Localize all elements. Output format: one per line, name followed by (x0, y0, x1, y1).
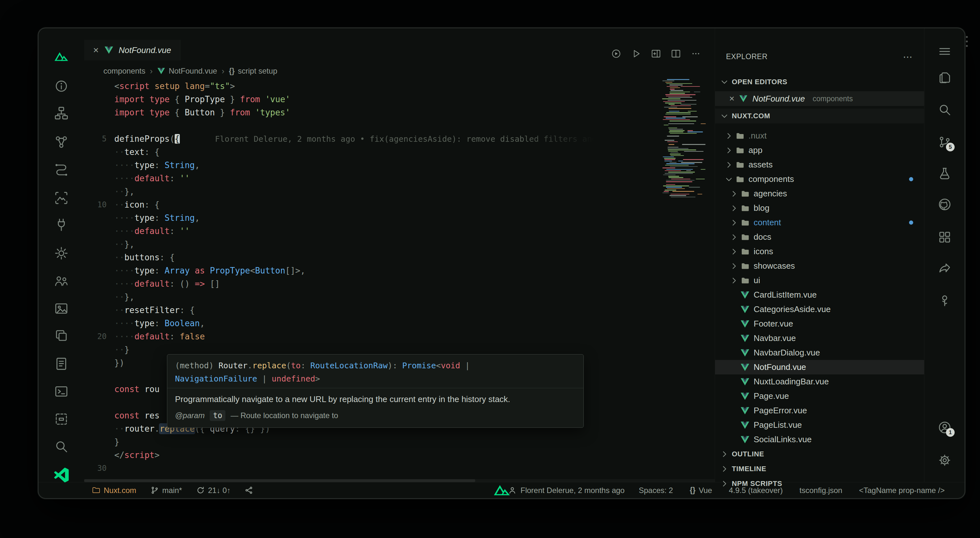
tree-item-app[interactable]: app (715, 143, 924, 158)
tree-item-nuxtloadingbar-vue[interactable]: NuxtLoadingBar.vue (715, 374, 924, 389)
tree-item-cardlistitem-vue[interactable]: CardListItem.vue (715, 287, 924, 302)
activity-item-dashed-box[interactable] (54, 411, 69, 427)
tree-item-components[interactable]: components (715, 172, 924, 187)
activity-item-terminal[interactable] (54, 384, 69, 399)
status-item-network[interactable] (245, 486, 253, 495)
tree-item-icons[interactable]: icons (715, 244, 924, 259)
rightbar-item-menu[interactable] (937, 44, 952, 59)
code-line[interactable]: ····type: String, (84, 159, 715, 172)
scrollbar-thumb[interactable] (84, 479, 475, 482)
code-line[interactable]: ····type: String, (84, 211, 715, 225)
code-line[interactable]: </script> (84, 449, 715, 462)
activity-item-gear-spokes[interactable] (54, 246, 69, 261)
editor-action-columns[interactable] (670, 48, 681, 61)
rightbar-item-source-control[interactable]: 5 (937, 135, 952, 149)
rightbar-item-files[interactable] (937, 70, 952, 85)
rightbar-item-key[interactable] (937, 294, 952, 308)
code-line[interactable]: ··}, (84, 185, 715, 198)
rightbar-item-account[interactable]: 1 (937, 420, 952, 435)
status-item-spaces-2[interactable]: Spaces: 2 (639, 486, 673, 495)
section-project-root[interactable]: NUXT.COM (715, 109, 924, 123)
tree-item-ui[interactable]: ui (715, 273, 924, 287)
status-item--tagname-prop-name-[interactable]: <TagName prop-name /> (859, 486, 945, 495)
tree-item-page-vue[interactable]: Page.vue (715, 389, 924, 403)
activity-item-notebook[interactable] (54, 356, 69, 372)
tree-item-assets[interactable]: assets (715, 158, 924, 172)
close-tab-icon[interactable]: × (93, 45, 99, 55)
code-line[interactable]: 10··icon: { (84, 198, 715, 211)
code-line[interactable]: 30 (84, 462, 715, 475)
tree-item-showcases[interactable]: showcases (715, 259, 924, 273)
code-line[interactable]: import type { Button } from 'types' (84, 106, 715, 119)
tree-item-pageerror-vue[interactable]: PageError.vue (715, 403, 924, 418)
rightbar-item-share[interactable] (937, 262, 952, 277)
activity-item-route[interactable] (54, 162, 69, 177)
tree-item-navbardialog-vue[interactable]: NavbarDialog.vue (715, 345, 924, 360)
breadcrumb-item-components[interactable]: components (103, 67, 145, 75)
code-line[interactable]: ····default: () => [] (84, 277, 715, 291)
editor-action-run-circle[interactable] (611, 48, 622, 61)
code-line[interactable]: } (84, 436, 715, 449)
code-line[interactable]: ··}, (84, 291, 715, 304)
section-open-editors[interactable]: OPEN EDITORS (715, 75, 924, 89)
activity-item-info[interactable] (54, 78, 69, 94)
activity-item-hierarchy[interactable] (54, 105, 69, 121)
code-line[interactable]: 20····default: false (84, 330, 715, 343)
activity-item-image[interactable] (54, 301, 69, 316)
code-line[interactable]: ··}, (84, 238, 715, 251)
tree-item-sociallinks-vue[interactable]: SocialLinks.vue (715, 432, 924, 447)
activity-item-users[interactable] (54, 273, 69, 289)
rightbar-item-beaker[interactable] (937, 166, 952, 181)
code-line[interactable]: ··resetFilter: { (84, 304, 715, 317)
code-line[interactable]: 5defineProps({Florent Delerue, 2 months … (84, 133, 715, 145)
tree-item-pagelist-vue[interactable]: PageList.vue (715, 418, 924, 432)
close-editor-icon[interactable]: × (729, 94, 734, 104)
tree-item-footer-vue[interactable]: Footer.vue (715, 316, 924, 331)
code-line[interactable]: ··buttons: { (84, 251, 715, 264)
code-line[interactable]: import type { PropType } from 'vue' (84, 93, 715, 106)
code-line[interactable]: ····type: Boolean, (84, 317, 715, 330)
code-line[interactable]: ····default: '' (84, 172, 715, 185)
code-line[interactable]: ····type: Array as PropType<Button[]>, (84, 264, 715, 277)
activity-item-search-code[interactable] (54, 439, 69, 455)
rightbar-item-grid[interactable] (937, 230, 952, 244)
section-timeline[interactable]: TIMELINE (715, 461, 924, 476)
code-line[interactable]: <script setup lang="ts"> (84, 80, 715, 93)
activity-item-nuxt-logo[interactable] (54, 49, 69, 64)
rightbar-item-search[interactable] (937, 102, 952, 117)
activity-item-scan-image[interactable] (54, 190, 69, 206)
status-item-nuxt-com[interactable]: Nuxt.com (92, 486, 136, 495)
code-line[interactable] (84, 119, 715, 133)
rightbar-item-settings[interactable] (937, 453, 952, 468)
horizontal-scrollbar[interactable] (84, 479, 715, 482)
more-actions-icon[interactable]: ⋯ (903, 51, 913, 62)
status-item-vue[interactable]: {}Vue (690, 486, 712, 495)
activity-item-plug[interactable] (54, 217, 69, 233)
nuxt-dock-icon[interactable] (493, 484, 511, 499)
tree-item-content[interactable]: content (715, 216, 924, 230)
tree-item-blog[interactable]: blog (715, 201, 924, 216)
rightbar-item-github[interactable] (937, 197, 952, 212)
tree-item-categoriesaside-vue[interactable]: CategoriesAside.vue (715, 302, 924, 316)
section-outline[interactable]: OUTLINE (715, 447, 924, 461)
tab-notfound-vue[interactable]: × NotFound.vue (84, 40, 180, 61)
breadcrumb-item-notfound-vue[interactable]: NotFound.vue (157, 67, 217, 75)
activity-item-copy[interactable] (54, 328, 69, 343)
status-item-main-[interactable]: main* (150, 486, 182, 495)
git-blame-status[interactable]: Florent Delerue, 2 months ago (508, 486, 625, 495)
minimap[interactable] (661, 79, 710, 199)
activity-item-molecule[interactable] (54, 134, 69, 150)
status-item-4-9-5-takeover-[interactable]: 4.9.5 (takeover) (729, 486, 783, 495)
breadcrumb-item-script-setup[interactable]: {}script setup (229, 67, 277, 75)
tree-item-docs[interactable]: docs (715, 230, 924, 244)
status-item-21-0-[interactable]: 21↓ 0↑ (196, 486, 231, 495)
tree-item-notfound-vue[interactable]: NotFound.vue (715, 360, 924, 374)
code-line[interactable]: ····default: '' (84, 225, 715, 238)
editor-action-split-plus[interactable] (651, 48, 662, 61)
code-line[interactable]: ··text: { (84, 145, 715, 159)
editor[interactable]: <script setup lang="ts">import type { Pr… (84, 78, 715, 482)
tree-item-agencies[interactable]: agencies (715, 187, 924, 201)
editor-action-dots-h[interactable] (690, 48, 701, 61)
tree-item--nuxt[interactable]: .nuxt (715, 129, 924, 143)
status-item-tsconfig-json[interactable]: tsconfig.json (800, 486, 842, 495)
